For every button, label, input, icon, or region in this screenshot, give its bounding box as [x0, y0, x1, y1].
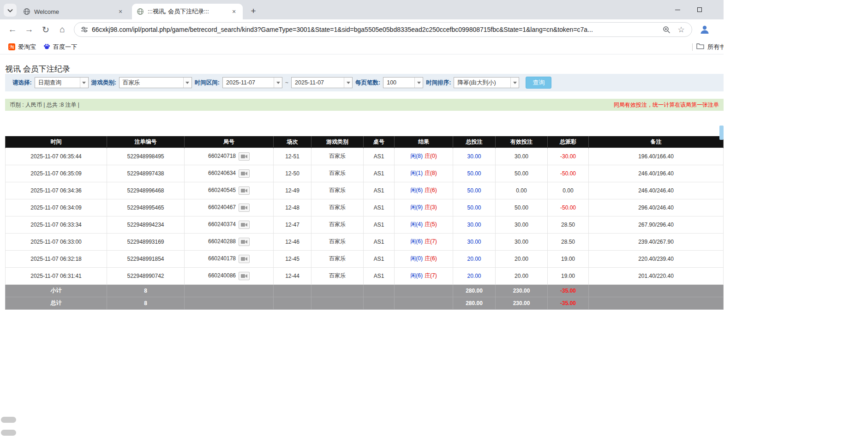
replay-video-button[interactable] [239, 221, 250, 229]
cell-payout: 19.00 [548, 267, 589, 284]
cell-round: 660240634 [185, 165, 274, 182]
cell-time: 2025-11-07 06:35:09 [6, 165, 107, 182]
bookmarks-right-group: 所有书签 [692, 40, 724, 54]
cell-game: 百家乐 [311, 250, 364, 267]
bottom-edge-button[interactable] [1, 417, 16, 423]
chevron-down-icon [344, 78, 352, 88]
site-info-icon[interactable] [81, 26, 88, 33]
tab-search-button[interactable] [4, 4, 17, 17]
cell-bet-id: 522948991854 [107, 250, 185, 267]
replay-video-button[interactable] [239, 238, 250, 246]
bookmark-star-icon[interactable]: ☆ [675, 24, 687, 36]
cell-payout: 28.50 [548, 233, 589, 250]
refresh-button[interactable]: ↻ [39, 23, 53, 36]
col-header: 有效投注 [496, 136, 548, 148]
result-banker: 庄(6) [425, 255, 437, 262]
replay-video-button[interactable] [239, 272, 250, 280]
cell-result: 闲(9)庄(3) [395, 199, 453, 216]
subtotal-count: 8 [107, 284, 185, 297]
nav-bar: ← → ↻ ⌂ 66cxkj98.com/ipl/portal.php/game… [0, 19, 724, 40]
date-from-select[interactable]: 2025-11-07 [222, 77, 282, 88]
tab-betrecord[interactable]: :::视讯, 会员下注纪录::: × [132, 4, 243, 19]
cell-time: 2025-11-07 06:33:34 [6, 216, 107, 233]
sort-select[interactable]: 降幂(由大到小) [454, 77, 519, 88]
filter-pagesize-label: 每页笔数: [355, 79, 380, 87]
cell-session: 12-44 [274, 267, 311, 284]
result-player: 闲(9) [410, 204, 423, 210]
cell-result: 闲(4)庄(5) [395, 216, 453, 233]
result-banker: 庄(5) [425, 221, 437, 228]
bookmark-baidu[interactable]: 百度一下 [40, 41, 81, 53]
result-banker: 庄(7) [425, 272, 437, 279]
cell-total-bet: 30.00 [453, 148, 496, 165]
tab-title: Welcome [34, 8, 114, 15]
bookmark-aitaobao[interactable]: 淘 爱淘宝 [5, 41, 40, 53]
cell-result: 闲(8)庄(0) [395, 148, 453, 165]
cell-session: 12-47 [274, 216, 311, 233]
cell-total-bet: 30.00 [453, 216, 496, 233]
home-button[interactable]: ⌂ [55, 23, 69, 36]
subtotal-valid-bet: 230.00 [496, 284, 548, 297]
page-size-select[interactable]: 100 [383, 77, 423, 88]
profile-avatar-icon[interactable] [698, 23, 712, 36]
maximize-icon [697, 7, 702, 12]
search-button[interactable]: 查询 [526, 77, 551, 89]
cell-table-no: AS1 [364, 267, 395, 284]
bookmark-label: 爱淘宝 [18, 43, 36, 51]
folder-icon [696, 43, 704, 51]
game-type-select[interactable]: 百家乐 [119, 77, 192, 88]
total-label: 总计 [6, 297, 107, 309]
bottom-edge-button[interactable] [1, 430, 16, 436]
minimize-button[interactable] [671, 4, 683, 16]
mode-select[interactable]: 日期查询 [35, 77, 89, 88]
table-row: 2025-11-07 06:35:09 522948997438 6602406… [6, 165, 724, 182]
replay-video-button[interactable] [239, 152, 250, 161]
cell-total-bet: 50.00 [453, 182, 496, 199]
cell-game: 百家乐 [311, 182, 364, 199]
cell-table-no: AS1 [364, 165, 395, 182]
zoom-icon[interactable] [660, 24, 672, 36]
currency-summary: 币别 : 人民币 | 总共 :8 注单 | [10, 101, 79, 109]
chevron-down-icon [274, 78, 282, 88]
cell-table-no: AS1 [364, 233, 395, 250]
subtotal-payout: -35.00 [548, 284, 589, 297]
cell-note: 246.40/196.40 [589, 165, 724, 182]
back-button[interactable]: ← [6, 23, 19, 36]
replay-video-button[interactable] [239, 169, 250, 178]
result-player: 闲(1) [410, 170, 423, 176]
all-bookmarks-button[interactable]: 所有书签 [696, 43, 724, 51]
tab-close-icon[interactable]: × [230, 7, 238, 16]
col-header: 总派彩 [548, 136, 589, 148]
forward-button[interactable]: → [22, 23, 36, 36]
page-content: 视讯 会员下注纪录 请选择: 日期查询 游戏类别: 百家乐 时间区间: 2025… [0, 54, 724, 438]
col-header: 局号 [185, 136, 274, 148]
cell-result: 闲(1)庄(8) [395, 165, 453, 182]
cell-time: 2025-11-07 06:33:00 [6, 233, 107, 250]
cell-valid-bet: 30.00 [496, 216, 548, 233]
cell-note: 239.40/267.90 [589, 233, 724, 250]
chevron-down-icon [7, 6, 13, 14]
url-bar[interactable]: 66cxkj98.com/ipl/portal.php/game/betreco… [74, 22, 692, 37]
col-header: 备注 [589, 136, 724, 148]
tab-close-icon[interactable]: × [116, 7, 125, 16]
replay-video-button[interactable] [239, 204, 250, 212]
browser-window: Welcome × :::视讯, 会员下注纪录::: × + ← → ↻ ⌂ [0, 0, 724, 438]
date-to-select[interactable]: 2025-11-07 [291, 77, 353, 88]
cell-session: 12-51 [274, 148, 311, 165]
maximize-button[interactable] [694, 4, 706, 16]
cell-valid-bet: 30.00 [496, 148, 548, 165]
tab-welcome[interactable]: Welcome × [18, 4, 129, 19]
tab-strip: Welcome × :::视讯, 会员下注纪录::: × + [0, 0, 724, 19]
all-bookmarks-label: 所有书签 [707, 43, 724, 51]
cell-session: 12-49 [274, 182, 311, 199]
result-player: 闲(6) [410, 187, 423, 193]
taobao-icon: 淘 [8, 43, 15, 50]
replay-video-button[interactable] [239, 186, 250, 195]
col-header: 注单编号 [107, 136, 185, 148]
cell-game: 百家乐 [311, 165, 364, 182]
rule-notice: 同局有效投注，统一计算在该局第一张注单 [614, 101, 719, 109]
new-tab-button[interactable]: + [247, 5, 259, 17]
scrollbar-thumb[interactable] [719, 126, 724, 140]
replay-video-button[interactable] [239, 255, 250, 263]
cell-round: 660240467 [185, 199, 274, 216]
